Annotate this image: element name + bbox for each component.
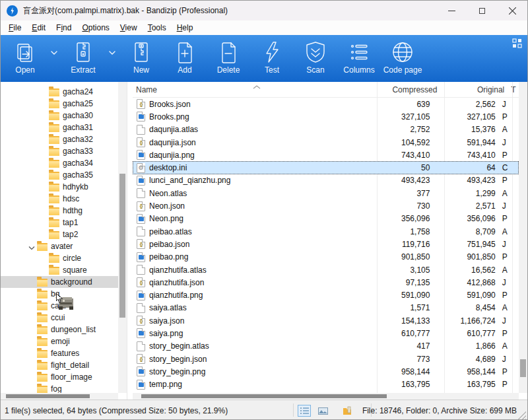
tree-item-dungeon_list[interactable]: dungeon_list xyxy=(1,324,118,335)
tree-item-tap2[interactable]: tap2 xyxy=(1,228,118,240)
toolbar-button-label: Test xyxy=(265,65,279,75)
file-row-saiya.atlas[interactable]: saiya.atlas 1,571 8,454 A xyxy=(133,302,519,314)
sidebar-horizontal-scrollbar[interactable] xyxy=(1,393,118,400)
file-list-vertical-scrollbar-thumb[interactable] xyxy=(520,359,526,377)
columns-button[interactable]: Columns xyxy=(337,35,381,82)
sidebar-vertical-scrollbar[interactable] xyxy=(118,82,127,393)
tree-item-hdsc[interactable]: hdsc xyxy=(1,193,118,205)
file-name: Neon.atlas xyxy=(149,189,187,198)
sidebar-horizontal-scrollbar-thumb[interactable] xyxy=(6,394,90,398)
file-row-temp.png[interactable]: temp.png 163,795 163,795 P xyxy=(133,378,519,391)
file-row-qianzhutifa.png[interactable]: qianzhutifa.png 591,090 591,090 P xyxy=(133,289,519,301)
tree-item-card[interactable]: card xyxy=(1,300,118,312)
file-row-Neon.json[interactable]: {} Neon.json 730 2,571 J xyxy=(133,199,519,212)
tree-item-fog[interactable]: fog xyxy=(1,383,118,393)
file-compressed-size: 417 xyxy=(368,341,433,351)
file-type: J xyxy=(499,316,518,326)
file-row-qianzhutifa.atlas[interactable]: qianzhutifa.atlas 3,105 16,562 A xyxy=(133,263,519,276)
file-original-size: 2,571 xyxy=(433,201,498,211)
extract-dropdown-arrow[interactable] xyxy=(105,23,119,82)
tree-item-floor_image[interactable]: floor_image xyxy=(1,371,118,383)
file-row-Neon.png[interactable]: Neon.png 356,096 356,096 P xyxy=(133,213,519,225)
tree-item-gacha34[interactable]: gacha34 xyxy=(1,157,118,169)
window-resize-grip[interactable] xyxy=(518,411,526,419)
file-list-vertical-scrollbar[interactable] xyxy=(519,82,527,393)
tree-item-background[interactable]: background xyxy=(1,276,118,288)
column-header-original[interactable]: Original xyxy=(440,85,508,94)
close-button[interactable] xyxy=(497,1,527,20)
file-original-size: 591,944 xyxy=(433,138,498,147)
tree-item-emoji[interactable]: emoji xyxy=(1,335,118,347)
file-row-peibao.atlas[interactable]: peibao.atlas 1,758 8,709 A xyxy=(133,225,519,238)
codepage-icon xyxy=(391,40,414,65)
tree-item-label: fight_detail xyxy=(51,361,89,370)
file-type: P xyxy=(499,214,518,223)
file-row-daqunjia.png[interactable]: daqunjia.png 743,410 743,410 P xyxy=(133,149,519,161)
file-row-qianzhutifa.json[interactable]: {} qianzhutifa.json 97,135 412,868 J xyxy=(133,276,519,289)
tree-item-gacha33[interactable]: gacha33 xyxy=(1,145,118,157)
open-folder-button[interactable] xyxy=(341,405,354,417)
file-row-daqunjia.json[interactable]: {} daqunjia.json 104,592 591,944 J xyxy=(133,136,519,149)
delete-button[interactable]: Delete xyxy=(207,35,250,82)
menu-file[interactable]: File xyxy=(3,22,26,34)
maximize-button[interactable] xyxy=(467,1,497,20)
tree-item-label: gacha24 xyxy=(63,87,93,96)
file-list-horizontal-scrollbar[interactable] xyxy=(133,393,519,400)
tree-item-bg[interactable]: bg xyxy=(1,288,118,300)
tree-item-gacha25[interactable]: gacha25 xyxy=(1,98,118,110)
panel-splitter[interactable] xyxy=(127,82,133,400)
tree-item-gacha31[interactable]: gacha31 xyxy=(1,122,118,133)
menu-help[interactable]: Help xyxy=(172,22,199,34)
chevron-expanded-icon[interactable] xyxy=(28,243,35,252)
file-row-daqunjia.atlas[interactable]: daqunjia.atlas 2,752 15,376 A xyxy=(133,123,519,136)
menu-tools[interactable]: Tools xyxy=(143,22,172,34)
tree-item-tap1[interactable]: tap1 xyxy=(1,217,118,228)
new-button[interactable]: New xyxy=(119,35,163,82)
tree-item-gacha32[interactable]: gacha32 xyxy=(1,133,118,145)
file-row-Neon.atlas[interactable]: Neon.atlas 377 1,299 A xyxy=(133,187,519,199)
file-type: J xyxy=(499,100,518,109)
tree-item-square[interactable]: square xyxy=(1,264,118,276)
tree-item-circle[interactable]: circle xyxy=(1,252,118,264)
tree-item-hdthg[interactable]: hdthg xyxy=(1,205,118,217)
minimize-button[interactable] xyxy=(436,1,467,20)
toolbar-button-label: Delete xyxy=(217,65,240,75)
open-button[interactable]: Open xyxy=(3,35,47,82)
toolbar-button-label: Code page xyxy=(383,65,422,75)
file-row-story_begin.json[interactable]: {} story_begin.json 773 4,689 J xyxy=(133,353,519,365)
open-dropdown-arrow[interactable] xyxy=(47,23,61,82)
tree-item-hdhykb[interactable]: hdhykb xyxy=(1,181,118,193)
thumbnail-view-button[interactable] xyxy=(316,405,329,417)
tree-item-avater[interactable]: avater xyxy=(1,240,118,252)
scan-button[interactable]: Scan xyxy=(294,35,337,82)
tree-item-ccui[interactable]: ccui xyxy=(1,312,118,324)
tree-item-features[interactable]: features xyxy=(1,347,118,359)
file-row-story_begin.png[interactable]: story_begin.png 958,144 958,144 P xyxy=(133,365,519,378)
tree-item-gacha35[interactable]: gacha35 xyxy=(1,169,118,181)
file-name: peibao.png xyxy=(149,252,188,262)
file-row-story_begin.atlas[interactable]: story_begin.atlas 417 1,866 A xyxy=(133,340,519,353)
extract-button[interactable]: Extract xyxy=(61,35,105,82)
tree-item-gacha24[interactable]: gacha24 xyxy=(1,86,118,98)
tree-item-fight_detail[interactable]: fight_detail xyxy=(1,359,118,371)
file-row-Brooks.png[interactable]: Brooks.png 327,105 327,105 P xyxy=(133,110,519,123)
file-row-Brooks.json[interactable]: {} Brooks.json 639 2,562 J xyxy=(133,98,519,110)
code-page-button[interactable]: Code page xyxy=(381,35,424,82)
sidebar-vertical-scrollbar-thumb[interactable] xyxy=(119,174,125,318)
file-compressed-size: 377 xyxy=(368,189,433,198)
file-row-peibao.png[interactable]: peibao.png 901,850 901,850 P xyxy=(133,251,519,263)
file-row-saiya.png[interactable]: saiya.png 610,777 610,777 P xyxy=(133,327,519,339)
column-header-compressed[interactable]: Compressed xyxy=(374,85,441,94)
detail-view-button[interactable] xyxy=(298,405,311,417)
file-list-horizontal-scrollbar-thumb[interactable] xyxy=(141,394,387,398)
file-row-lunci_and_qianzhu.png[interactable]: lunci_and_qianzhu.png 493,423 493,423 P xyxy=(133,174,519,187)
file-row-desktop.ini[interactable]: ⚙ desktop.ini 50 64 C xyxy=(133,161,519,174)
add-button[interactable]: Add xyxy=(163,35,207,82)
file-type-json-icon: {} xyxy=(137,277,145,287)
file-original-size: 751,945 xyxy=(433,240,498,249)
test-button[interactable]: Test xyxy=(250,35,294,82)
toolbar-layout-toggle-icon[interactable] xyxy=(512,38,522,48)
file-row-saiya.json[interactable]: {} saiya.json 154,133 1,166,724 J xyxy=(133,314,519,327)
tree-item-gacha30[interactable]: gacha30 xyxy=(1,110,118,122)
file-row-peibao.json[interactable]: {} peibao.json 119,716 751,945 J xyxy=(133,238,519,250)
